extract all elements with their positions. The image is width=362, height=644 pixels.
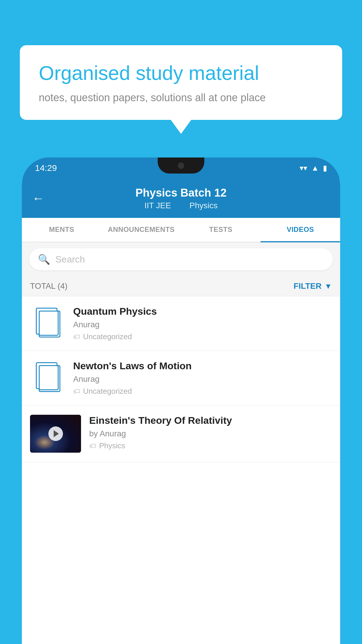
list-item[interactable]: Newton's Laws of Motion Anurag 🏷 Uncateg…	[22, 351, 340, 405]
tag-label-3: Physics	[99, 441, 125, 450]
speech-bubble: Organised study material notes, question…	[20, 45, 342, 120]
video-info-1: Quantum Physics Anurag 🏷 Uncategorized	[73, 306, 332, 341]
video-author-2: Anurag	[73, 374, 332, 384]
header-subtitle: IIT JEE Physics	[141, 201, 220, 210]
back-button[interactable]: ←	[32, 191, 44, 205]
tag-icon-2: 🏷	[73, 387, 80, 396]
play-icon	[54, 430, 59, 437]
header-title: Physics Batch 12	[136, 187, 227, 199]
tab-announcements[interactable]: ANNOUNCEMENTS	[101, 218, 181, 242]
list-item[interactable]: Einstein's Theory Of Relativity by Anura…	[22, 405, 340, 462]
tag-icon-3: 🏷	[89, 442, 96, 450]
filter-icon: ▼	[324, 282, 332, 291]
tab-tests[interactable]: TESTS	[181, 218, 261, 242]
search-bar[interactable]: 🔍 Search	[29, 248, 333, 270]
video-thumbnail-2	[30, 360, 65, 392]
subtitle-separator	[179, 201, 184, 210]
wifi-icon: ▾▾	[300, 164, 307, 173]
video-thumbnail-1	[30, 306, 65, 338]
video-tag-1: 🏷 Uncategorized	[73, 332, 332, 341]
video-author-1: Anurag	[73, 320, 332, 329]
tag-icon-1: 🏷	[73, 333, 80, 341]
video-info-2: Newton's Laws of Motion Anurag 🏷 Uncateg…	[73, 360, 332, 396]
tab-ments[interactable]: MENTS	[22, 218, 101, 242]
battery-icon: ▮	[323, 164, 327, 173]
tab-videos[interactable]: VIDEOS	[261, 218, 340, 242]
filter-button[interactable]: FILTER ▼	[294, 281, 332, 291]
camera-dot	[178, 162, 184, 169]
notch	[158, 158, 204, 174]
doc-icon-2	[36, 362, 59, 390]
search-container: 🔍 Search	[22, 242, 340, 276]
speech-bubble-container: Organised study material notes, question…	[20, 45, 342, 120]
video-title-1: Quantum Physics	[73, 306, 332, 317]
doc-icon-1	[36, 308, 59, 336]
tag-label-2: Uncategorized	[83, 387, 132, 396]
video-list: Quantum Physics Anurag 🏷 Uncategorized N	[22, 296, 340, 644]
list-item[interactable]: Quantum Physics Anurag 🏷 Uncategorized	[22, 296, 340, 351]
play-button[interactable]	[48, 426, 63, 441]
status-time: 14:29	[35, 163, 57, 173]
doc-icon-inner-2	[39, 365, 59, 390]
status-icons: ▾▾ ▲ ▮	[300, 164, 327, 173]
speech-bubble-title: Organised study material	[39, 61, 323, 85]
video-title-3: Einstein's Theory Of Relativity	[89, 415, 332, 426]
search-icon: 🔍	[38, 253, 50, 265]
app-screen: ← Physics Batch 12 IIT JEE Physics MENTS…	[22, 178, 340, 644]
video-info-3: Einstein's Theory Of Relativity by Anura…	[89, 415, 332, 450]
status-bar: 14:29 ▾▾ ▲ ▮	[22, 158, 340, 178]
signal-icon: ▲	[311, 164, 319, 173]
video-tag-2: 🏷 Uncategorized	[73, 387, 332, 396]
tabs: MENTS ANNOUNCEMENTS TESTS VIDEOS	[22, 218, 340, 242]
video-title-2: Newton's Laws of Motion	[73, 360, 332, 372]
app-header: ← Physics Batch 12 IIT JEE Physics	[22, 178, 340, 218]
subtitle-part2: Physics	[189, 201, 217, 210]
doc-icon-inner-1	[39, 311, 59, 336]
filter-row: TOTAL (4) FILTER ▼	[22, 276, 340, 296]
video-thumbnail-3	[30, 415, 81, 453]
filter-label: FILTER	[294, 281, 321, 291]
phone-frame: 14:29 ▾▾ ▲ ▮ ← Physics Batch 12 IIT JEE …	[22, 158, 340, 644]
video-tag-3: 🏷 Physics	[89, 441, 332, 450]
subtitle-part1: IIT JEE	[144, 201, 171, 210]
search-placeholder: Search	[55, 254, 85, 265]
tag-label-1: Uncategorized	[83, 332, 132, 341]
total-count: TOTAL (4)	[30, 281, 68, 291]
speech-bubble-subtitle: notes, question papers, solutions all at…	[39, 92, 323, 104]
video-author-3: by Anurag	[89, 429, 332, 438]
